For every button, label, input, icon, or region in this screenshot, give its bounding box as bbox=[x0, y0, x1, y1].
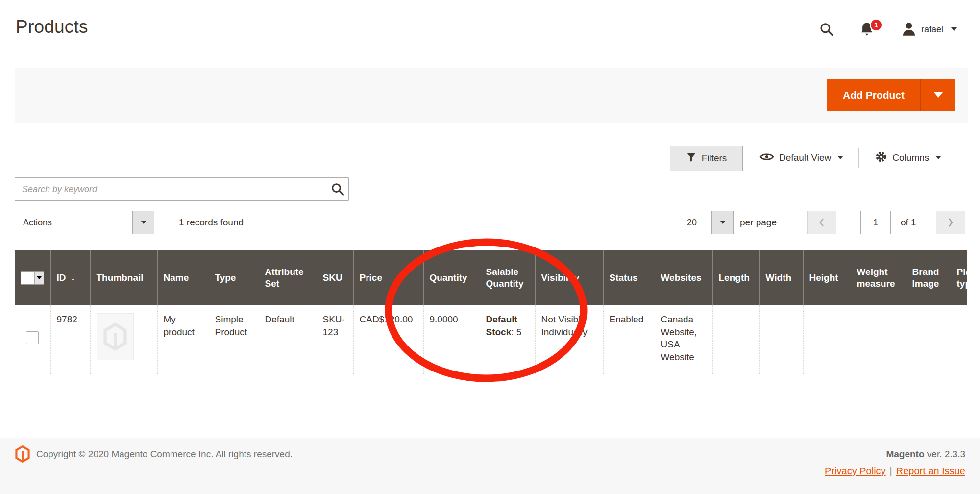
chevron-down-icon bbox=[720, 221, 725, 224]
sort-descending-icon: ↓ bbox=[71, 272, 75, 283]
column-header-brand-image[interactable]: Brand Image bbox=[906, 250, 951, 305]
link-separator: | bbox=[890, 466, 892, 476]
keyword-search bbox=[15, 177, 349, 201]
page-size-chevron-zone bbox=[711, 211, 733, 234]
eye-icon bbox=[760, 151, 774, 164]
page-title: Products bbox=[16, 17, 88, 37]
product-thumbnail bbox=[97, 313, 134, 360]
column-header-length[interactable]: Length bbox=[712, 250, 760, 305]
select-all-chevron-zone[interactable] bbox=[34, 272, 44, 284]
column-header-price[interactable]: Price bbox=[353, 250, 423, 305]
filters-button[interactable]: Filters bbox=[670, 146, 743, 171]
search-icon bbox=[330, 182, 345, 197]
column-header-id[interactable]: ID↓ bbox=[50, 250, 90, 305]
column-header-attribute-set[interactable]: Attribute Set bbox=[259, 250, 317, 305]
brand-name: Magento bbox=[886, 449, 924, 459]
column-header-name[interactable]: Name bbox=[157, 250, 209, 305]
current-page-input[interactable] bbox=[860, 211, 891, 234]
cell-length bbox=[712, 305, 760, 374]
cell-brand-image bbox=[906, 305, 951, 374]
cell-status: Enabled bbox=[603, 305, 655, 374]
next-page-button[interactable] bbox=[936, 211, 965, 234]
cell-visibility: Not Visible Individually bbox=[535, 305, 603, 374]
action-toolbar: Add Product bbox=[15, 68, 968, 123]
user-menu-chevron-down-icon[interactable] bbox=[951, 27, 957, 31]
gear-icon bbox=[875, 150, 887, 165]
page-header: Products 1 rafael bbox=[0, 0, 980, 68]
user-name[interactable]: rafael bbox=[921, 25, 943, 35]
cell-id: 9782 bbox=[50, 305, 90, 374]
search-submit-button[interactable] bbox=[330, 182, 345, 198]
select-all-checkbox[interactable] bbox=[21, 272, 34, 284]
filters-label: Filters bbox=[702, 153, 727, 164]
copyright-text: Copyright © 2020 Magento Commerce Inc. A… bbox=[36, 449, 293, 460]
cell-price: CAD$120.00 bbox=[353, 305, 423, 374]
chevron-down-icon bbox=[37, 276, 42, 279]
actions-dropdown[interactable]: Actions bbox=[15, 211, 154, 234]
select-all-header bbox=[15, 250, 50, 305]
column-label: ID bbox=[57, 272, 66, 284]
view-selector[interactable]: Default View bbox=[779, 152, 831, 163]
column-header-weight-measure[interactable]: Weight measure bbox=[851, 250, 906, 305]
records-found-text: 1 records found bbox=[179, 217, 244, 228]
search-input[interactable] bbox=[15, 177, 349, 201]
search-icon[interactable] bbox=[819, 22, 834, 39]
cell-attribute-set: Default bbox=[259, 305, 317, 374]
grid-actions-row: Actions 1 records found 20 per page of 1 bbox=[0, 211, 980, 234]
page-size-value: 20 bbox=[672, 211, 711, 234]
magento-placeholder-icon bbox=[102, 322, 128, 351]
previous-page-button[interactable] bbox=[807, 211, 836, 234]
notification-count-badge[interactable]: 1 bbox=[870, 19, 882, 31]
add-product-button[interactable]: Add Product bbox=[827, 79, 920, 111]
column-header-salable-quantity[interactable]: Salable Quantity bbox=[480, 250, 535, 305]
legal-links: Privacy Policy|Report an Issue bbox=[825, 466, 965, 477]
add-product-dropdown-button[interactable] bbox=[920, 79, 956, 111]
cell-height bbox=[803, 305, 851, 374]
column-header-height[interactable]: Height bbox=[803, 250, 851, 305]
column-header-width[interactable]: Width bbox=[760, 250, 803, 305]
chevron-down-icon bbox=[934, 92, 943, 98]
column-header-type[interactable]: Type bbox=[209, 250, 259, 305]
cell-websites: Canada Website, USA Website bbox=[655, 305, 712, 374]
products-admin-page: Products 1 rafael Add Product Filters bbox=[0, 0, 980, 494]
report-issue-link[interactable]: Report an Issue bbox=[896, 466, 965, 476]
user-avatar-icon[interactable] bbox=[901, 21, 917, 40]
select-all-dropdown[interactable] bbox=[21, 271, 44, 285]
notification-count: 1 bbox=[874, 21, 878, 29]
row-select-cell bbox=[15, 305, 50, 374]
page-footer: Copyright © 2020 Magento Commerce Inc. A… bbox=[0, 438, 980, 494]
privacy-policy-link[interactable]: Privacy Policy bbox=[825, 466, 885, 476]
cell-salable-quantity: Default Stock: 5 bbox=[480, 305, 535, 374]
salable-stock-value: : 5 bbox=[511, 327, 521, 337]
actions-chevron-zone bbox=[132, 211, 154, 234]
column-header-websites[interactable]: Websites bbox=[655, 250, 712, 305]
cell-thumbnail bbox=[90, 305, 157, 374]
cell-placement-type bbox=[951, 305, 967, 374]
column-header-thumbnail[interactable]: Thumbnail bbox=[90, 250, 157, 305]
cell-sku: SKU-123 bbox=[317, 305, 353, 374]
cell-quantity: 9.0000 bbox=[423, 305, 480, 374]
cell-width bbox=[760, 305, 803, 374]
view-chevron-down-icon[interactable] bbox=[838, 156, 843, 159]
page-size-dropdown[interactable]: 20 bbox=[672, 211, 734, 234]
grid-view-controls: Filters Default View Columns bbox=[0, 144, 965, 172]
column-header-status[interactable]: Status bbox=[603, 250, 655, 305]
row-checkbox[interactable] bbox=[26, 331, 39, 344]
column-header-placement-type[interactable]: Placement type bbox=[951, 250, 967, 305]
filter-funnel-icon bbox=[686, 152, 697, 165]
column-header-sku[interactable]: SKU bbox=[317, 250, 353, 305]
columns-chevron-down-icon[interactable] bbox=[936, 156, 941, 159]
actions-label: Actions bbox=[15, 211, 132, 234]
column-header-visibility[interactable]: Visibility bbox=[535, 250, 603, 305]
chevron-left-icon bbox=[818, 216, 826, 229]
per-page-label: per page bbox=[740, 217, 777, 228]
column-header-quantity[interactable]: Quantity bbox=[423, 250, 480, 305]
divider bbox=[858, 148, 859, 168]
table-row[interactable]: 9782 My product Simple Product Default S… bbox=[15, 305, 967, 374]
chevron-right-icon bbox=[947, 216, 955, 229]
grid-header-row: ID↓ Thumbnail Name Type Attribute Set SK… bbox=[15, 250, 967, 305]
version-text: Magento ver. 2.3.3 bbox=[886, 449, 965, 460]
chevron-down-icon bbox=[141, 221, 146, 224]
columns-selector[interactable]: Columns bbox=[892, 152, 929, 163]
add-product-split-button: Add Product bbox=[827, 79, 956, 111]
